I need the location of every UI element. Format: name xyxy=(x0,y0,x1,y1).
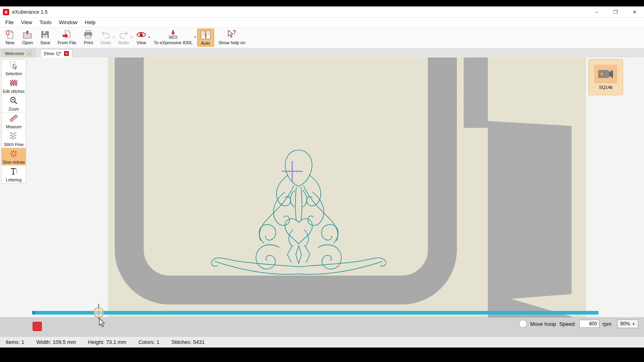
view-label: View xyxy=(136,40,146,45)
tool-label: Measure xyxy=(6,125,22,129)
show-help-label: Show help on xyxy=(219,40,246,45)
stitch-crosshair xyxy=(282,161,303,182)
auto-button[interactable]: Auto xyxy=(197,29,214,47)
zoom-level-value: 90% xyxy=(620,321,630,327)
tool-stitch-flow[interactable]: Stitch Flow xyxy=(2,130,26,148)
open-button[interactable]: Open xyxy=(19,27,37,48)
tool-zoom[interactable]: Zoom xyxy=(2,95,26,113)
lettering-icon xyxy=(9,167,18,177)
save-label: Save xyxy=(40,40,50,45)
tab-close-icon[interactable]: ✕ xyxy=(64,51,69,56)
camera-icon xyxy=(594,65,617,83)
open-folder-icon xyxy=(23,30,32,39)
tool-label: Zoom xyxy=(8,107,19,111)
menu-window[interactable]: Window xyxy=(55,19,81,25)
tool-palette: Selection Edit stitches Zoom Measure Sti… xyxy=(1,59,26,183)
print-icon xyxy=(83,30,93,39)
playback-controls: Move hoop Speed: rpm 90% ▲ xyxy=(519,319,638,328)
save-icon xyxy=(40,30,50,39)
menu-view[interactable]: View xyxy=(17,19,36,25)
tool-lettering[interactable]: Lettering xyxy=(2,166,26,183)
tool-selection[interactable]: Selection xyxy=(2,60,26,77)
to-expressive-label: To eXpressive 830L xyxy=(154,40,193,45)
undo-button[interactable]: Undo ▼ xyxy=(97,27,114,48)
undo-icon xyxy=(101,30,111,39)
new-document-icon xyxy=(5,30,15,39)
stitch-progress-handle[interactable] xyxy=(93,307,104,318)
redo-icon xyxy=(119,30,128,39)
print-button[interactable]: Print xyxy=(80,27,97,48)
status-items: Items: 1 xyxy=(6,339,24,345)
tab-new1[interactable]: [New 1]* ✕ xyxy=(40,49,72,58)
tab-welcome-label: Welcome xyxy=(5,51,24,56)
tool-slow-redraw[interactable]: Slow redraw xyxy=(2,148,26,166)
move-hoop-label: Move hoop xyxy=(530,321,556,327)
chevron-up-icon: ▲ xyxy=(632,322,635,325)
tab-close-icon[interactable]: ✕ xyxy=(27,51,32,56)
speed-input[interactable] xyxy=(579,320,599,328)
tab-new1-label: [New 1]* xyxy=(44,51,61,56)
status-height: Height: 73.1 mm xyxy=(88,339,126,345)
menubar: File View Tools Window Help xyxy=(0,18,644,27)
mouse-cursor xyxy=(99,318,106,329)
new-label: New xyxy=(6,40,14,45)
status-colors: Colors: 1 xyxy=(138,339,159,345)
tool-edit-stitches[interactable]: Edit stitches xyxy=(2,77,26,95)
window-controls: – ❐ ✕ xyxy=(587,6,644,17)
view-eye-icon xyxy=(136,30,147,39)
help-cursor-icon xyxy=(227,30,237,39)
auto-label: Auto xyxy=(201,41,210,45)
app-window: e eXuberance 1.5 – ❐ ✕ File View Tools W… xyxy=(0,0,644,362)
window-title: eXuberance 1.5 xyxy=(12,9,47,15)
letterbox-bottom xyxy=(0,348,644,362)
tool-label: Stitch Flow xyxy=(4,142,24,147)
chevron-down-icon[interactable]: ▼ xyxy=(194,36,197,39)
view-button[interactable]: View ▼ xyxy=(132,27,150,48)
tab-welcome[interactable]: Welcome ✕ xyxy=(1,49,35,58)
to-expressive-button[interactable]: To eXpressive 830L ▼ xyxy=(150,27,196,48)
tool-label: Lettering xyxy=(6,178,22,182)
undo-label: Undo xyxy=(100,40,111,45)
import-file-icon xyxy=(62,30,72,39)
slow-redraw-icon xyxy=(9,149,18,160)
stitch-progress-track[interactable] xyxy=(32,311,599,315)
redo-button[interactable]: Redo ▼ xyxy=(115,27,132,48)
speed-label: Speed: xyxy=(559,321,576,327)
titlebar: e eXuberance 1.5 – ❐ ✕ xyxy=(0,6,644,18)
edit-stitches-icon xyxy=(9,78,18,89)
tool-measure[interactable]: Measure xyxy=(2,113,26,130)
from-file-button[interactable]: From File xyxy=(54,27,80,48)
save-button[interactable]: Save xyxy=(37,27,54,48)
rpm-label: rpm xyxy=(603,321,611,327)
document-tabbar: Welcome ✕ [New 1]* ✕ xyxy=(0,48,644,58)
measure-icon xyxy=(9,114,18,124)
send-to-machine-icon xyxy=(168,30,178,39)
move-hoop-toggle[interactable] xyxy=(519,320,527,328)
new-button[interactable]: New xyxy=(2,27,19,48)
status-stitches: Stitches: 5431 xyxy=(171,339,204,345)
stop-button[interactable] xyxy=(33,322,42,331)
maximize-button[interactable]: ❐ xyxy=(606,6,625,17)
menu-file[interactable]: File xyxy=(2,19,17,25)
zoom-level-control[interactable]: 90% ▲ xyxy=(617,319,638,328)
tool-label: Selection xyxy=(5,72,22,76)
stitch-flow-icon xyxy=(9,132,18,142)
hoop-badge-label: SQ14b xyxy=(599,85,613,90)
design-canvas[interactable]: Selection Edit stitches Zoom Measure Sti… xyxy=(0,58,644,336)
zoom-icon xyxy=(9,96,18,107)
minimize-button[interactable]: – xyxy=(587,6,606,17)
menu-help[interactable]: Help xyxy=(81,19,99,25)
embroidery-design xyxy=(0,58,644,336)
close-button[interactable]: ✕ xyxy=(625,6,644,17)
redo-label: Redo xyxy=(118,40,129,45)
show-help-button[interactable]: Show help on xyxy=(215,27,249,48)
letterbox-top xyxy=(0,0,644,6)
open-label: Open xyxy=(22,40,33,45)
tool-label: Slow redraw xyxy=(2,160,25,165)
menu-tools[interactable]: Tools xyxy=(36,19,55,25)
stitch-progress-start xyxy=(32,311,35,315)
auto-icon xyxy=(200,30,211,40)
hoop-badge-sq14b[interactable]: SQ14b xyxy=(588,59,623,95)
status-width: Width: 109.5 mm xyxy=(36,339,76,345)
main-toolbar: New Open Save From File Print Undo ▼ Red… xyxy=(0,27,644,48)
